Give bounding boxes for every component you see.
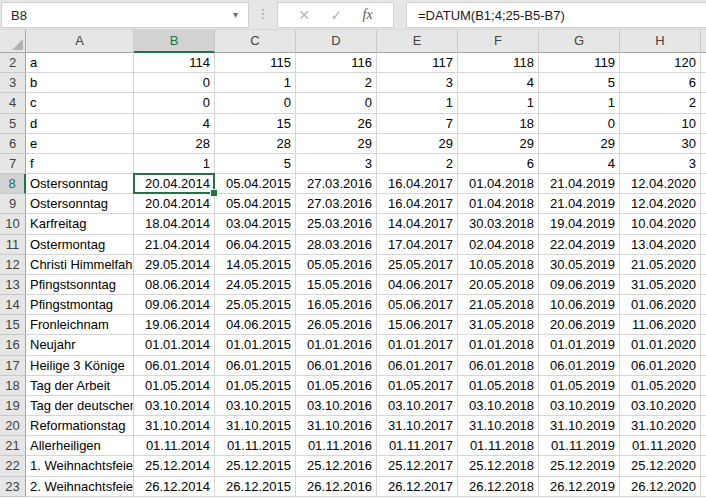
cell-B18[interactable]: 01.05.2014 — [134, 376, 215, 396]
cancel-icon[interactable]: ✕ — [298, 7, 310, 23]
cell-B22[interactable]: 25.12.2014 — [134, 456, 215, 476]
cell-G13[interactable]: 09.06.2019 — [539, 275, 620, 295]
cell-A22[interactable]: 1. Weihnachtsfeiertag — [26, 456, 134, 476]
cell-E12[interactable]: 25.05.2017 — [377, 255, 458, 275]
row-header-20[interactable]: 20 — [0, 416, 26, 436]
column-header-B[interactable]: B — [134, 30, 215, 53]
cell-D18[interactable]: 01.05.2016 — [296, 376, 377, 396]
cell-D22[interactable]: 25.12.2016 — [296, 456, 377, 476]
cell-F20[interactable]: 31.10.2018 — [458, 416, 539, 436]
cell-D20[interactable]: 31.10.2016 — [296, 416, 377, 436]
column-header-H[interactable]: H — [620, 30, 701, 53]
cell-E16[interactable]: 01.01.2017 — [377, 335, 458, 355]
formula-bar-separator-handle[interactable]: ⋮ — [249, 6, 277, 21]
cell-A7[interactable]: f — [26, 154, 134, 174]
cell-H17[interactable]: 06.01.2020 — [620, 356, 701, 376]
cell-G12[interactable]: 30.05.2019 — [539, 255, 620, 275]
cell-B20[interactable]: 31.10.2014 — [134, 416, 215, 436]
cell-H22[interactable]: 25.12.2020 — [620, 456, 701, 476]
cell-H6[interactable]: 30 — [620, 134, 701, 154]
cell-D6[interactable]: 29 — [296, 134, 377, 154]
row-header-8[interactable]: 8 — [0, 174, 26, 194]
cell-D19[interactable]: 03.10.2016 — [296, 396, 377, 416]
cell-G14[interactable]: 10.06.2019 — [539, 295, 620, 315]
cell-C22[interactable]: 25.12.2015 — [215, 456, 296, 476]
column-header-A[interactable]: A — [26, 30, 134, 53]
cell-C17[interactable]: 06.01.2015 — [215, 356, 296, 376]
cell-F11[interactable]: 02.04.2018 — [458, 235, 539, 255]
cell-H12[interactable]: 21.05.2020 — [620, 255, 701, 275]
cell-A9[interactable]: Ostersonntag — [26, 194, 134, 214]
cell-E2[interactable]: 117 — [377, 53, 458, 73]
cell-F21[interactable]: 01.11.2018 — [458, 436, 539, 456]
cell-G15[interactable]: 20.06.2019 — [539, 315, 620, 335]
cell-F15[interactable]: 31.05.2018 — [458, 315, 539, 335]
cell-H18[interactable]: 01.05.2020 — [620, 376, 701, 396]
cell-partial-22[interactable] — [701, 456, 706, 476]
cell-D8[interactable]: 27.03.2016 — [296, 174, 377, 194]
cell-C19[interactable]: 03.10.2015 — [215, 396, 296, 416]
cell-A5[interactable]: d — [26, 114, 134, 134]
cell-F7[interactable]: 6 — [458, 154, 539, 174]
cell-partial-11[interactable] — [701, 235, 706, 255]
cell-partial-14[interactable] — [701, 295, 706, 315]
cell-F14[interactable]: 21.05.2018 — [458, 295, 539, 315]
cell-B14[interactable]: 09.06.2014 — [134, 295, 215, 315]
row-header-5[interactable]: 5 — [0, 114, 26, 134]
cell-F16[interactable]: 01.01.2018 — [458, 335, 539, 355]
cell-A16[interactable]: Neujahr — [26, 335, 134, 355]
cell-A14[interactable]: Pfingstmontag — [26, 295, 134, 315]
cell-B12[interactable]: 29.05.2014 — [134, 255, 215, 275]
cell-F13[interactable]: 20.05.2018 — [458, 275, 539, 295]
cell-partial-7[interactable] — [701, 154, 706, 174]
insert-function-icon[interactable]: fx — [363, 7, 373, 23]
cell-C16[interactable]: 01.01.2015 — [215, 335, 296, 355]
cell-A23[interactable]: 2. Weihnachtsfeiertag — [26, 477, 134, 497]
cell-D14[interactable]: 16.05.2016 — [296, 295, 377, 315]
cell-B4[interactable]: 0 — [134, 93, 215, 113]
cell-F2[interactable]: 118 — [458, 53, 539, 73]
cell-D10[interactable]: 25.03.2016 — [296, 214, 377, 234]
cell-H8[interactable]: 12.04.2020 — [620, 174, 701, 194]
column-header-G[interactable]: G — [539, 30, 620, 53]
cell-C20[interactable]: 31.10.2015 — [215, 416, 296, 436]
cell-A15[interactable]: Fronleichnam — [26, 315, 134, 335]
cell-H21[interactable]: 01.11.2020 — [620, 436, 701, 456]
cell-partial-8[interactable] — [701, 174, 706, 194]
cell-H7[interactable]: 3 — [620, 154, 701, 174]
cell-H19[interactable]: 03.10.2020 — [620, 396, 701, 416]
cell-C2[interactable]: 115 — [215, 53, 296, 73]
column-header-F[interactable]: F — [458, 30, 539, 53]
cell-C7[interactable]: 5 — [215, 154, 296, 174]
cell-E14[interactable]: 05.06.2017 — [377, 295, 458, 315]
cell-C9[interactable]: 05.04.2015 — [215, 194, 296, 214]
row-header-4[interactable]: 4 — [0, 93, 26, 113]
cell-A17[interactable]: Heilige 3 Könige — [26, 356, 134, 376]
cell-B15[interactable]: 19.06.2014 — [134, 315, 215, 335]
cell-A18[interactable]: Tag der Arbeit — [26, 376, 134, 396]
cell-D7[interactable]: 3 — [296, 154, 377, 174]
cell-E23[interactable]: 26.12.2017 — [377, 477, 458, 497]
cell-partial-16[interactable] — [701, 335, 706, 355]
cell-partial-4[interactable] — [701, 93, 706, 113]
cell-D21[interactable]: 01.11.2016 — [296, 436, 377, 456]
cell-E18[interactable]: 01.05.2017 — [377, 376, 458, 396]
cell-E15[interactable]: 15.06.2017 — [377, 315, 458, 335]
column-header-C[interactable]: C — [215, 30, 296, 53]
cell-H14[interactable]: 01.06.2020 — [620, 295, 701, 315]
cell-partial-13[interactable] — [701, 275, 706, 295]
cell-H2[interactable]: 120 — [620, 53, 701, 73]
row-header-15[interactable]: 15 — [0, 315, 26, 335]
cell-partial-20[interactable] — [701, 416, 706, 436]
row-header-16[interactable]: 16 — [0, 335, 26, 355]
cell-B11[interactable]: 21.04.2014 — [134, 235, 215, 255]
cell-H16[interactable]: 01.01.2020 — [620, 335, 701, 355]
cell-E19[interactable]: 03.10.2017 — [377, 396, 458, 416]
cell-E10[interactable]: 14.04.2017 — [377, 214, 458, 234]
cell-C8[interactable]: 05.04.2015 — [215, 174, 296, 194]
cell-H3[interactable]: 6 — [620, 73, 701, 93]
cell-B21[interactable]: 01.11.2014 — [134, 436, 215, 456]
cell-G20[interactable]: 31.10.2019 — [539, 416, 620, 436]
cell-A3[interactable]: b — [26, 73, 134, 93]
cell-F22[interactable]: 25.12.2018 — [458, 456, 539, 476]
